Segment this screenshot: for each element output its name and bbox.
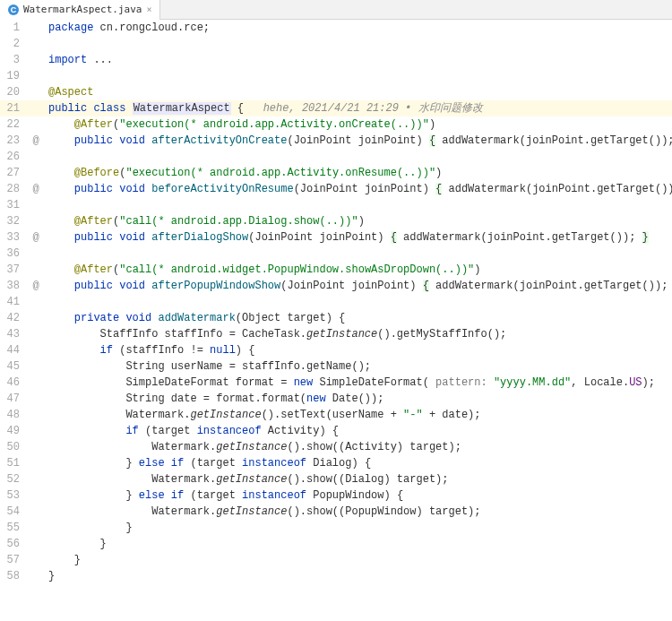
code-content[interactable]: public void afterActivityOnCreate(JoinPo… [45,133,672,149]
code-line[interactable]: 51 } else if (target instanceof Dialog) … [0,455,672,471]
line-marker [27,262,45,278]
code-line[interactable]: 52 Watermark.getInstance().show((Dialog)… [0,471,672,487]
code-content[interactable]: if (target instanceof Activity) { [45,423,672,439]
code-line[interactable]: 36 [0,246,672,262]
code-content[interactable] [45,246,672,262]
code-line[interactable]: 58} [0,568,672,584]
line-marker [27,84,45,100]
code-content[interactable]: @Before("execution(* android.app.Activit… [45,165,672,181]
code-content[interactable]: @After("execution(* android.app.Activity… [45,116,672,133]
code-line[interactable]: 28@ public void beforeActivityOnResume(J… [0,181,672,197]
code-line[interactable]: 42 private void addWatermark(Object targ… [0,310,672,326]
code-content[interactable]: package cn.rongcloud.rce; [45,20,672,36]
code-content[interactable]: } [45,552,672,568]
line-number: 27 [0,165,27,181]
code-content[interactable]: } [45,536,672,552]
line-number: 45 [0,358,27,375]
code-content[interactable] [45,197,672,213]
code-content[interactable]: @Aspect [45,84,672,100]
line-number: 31 [0,197,27,213]
code-content[interactable]: String date = format.format(new Date()); [45,391,672,407]
line-number: 19 [0,68,27,84]
code-content[interactable]: Watermark.getInstance().show((Dialog) ta… [45,471,672,487]
code-content[interactable]: SimpleDateFormat format = new SimpleDate… [45,375,672,391]
svg-text:C: C [11,5,17,14]
code-line[interactable]: 44 if (staffInfo != null) { [0,342,672,358]
code-line[interactable]: 31 [0,197,672,213]
code-line[interactable]: 54 Watermark.getInstance().show((PopupWi… [0,504,672,520]
line-number: 36 [0,246,27,262]
line-marker [27,165,45,181]
line-number: 33 [0,229,27,246]
code-line[interactable]: 57 } [0,552,672,568]
line-marker [27,294,45,310]
line-number: 55 [0,520,27,536]
code-line[interactable]: 43 StaffInfo staffInfo = CacheTask.getIn… [0,326,672,342]
code-line[interactable]: 26 [0,149,672,165]
code-line[interactable]: 33@ public void afterDialogShow(JoinPoin… [0,229,672,246]
code-line[interactable]: 27 @Before("execution(* android.app.Acti… [0,165,672,181]
line-marker [27,536,45,552]
code-line[interactable]: 55 } [0,520,672,536]
code-content[interactable]: public class WatermarkAspect { hehe, 202… [45,100,672,116]
code-line[interactable]: 1package cn.rongcloud.rce; [0,20,672,36]
file-tab[interactable]: C WatermarkAspect.java × [0,0,160,20]
line-marker: @ [27,181,45,197]
line-number: 42 [0,310,27,326]
line-number: 58 [0,568,27,584]
code-content[interactable]: Watermark.getInstance().setText(userName… [45,407,672,423]
code-line[interactable]: 19 [0,68,672,84]
code-line[interactable]: 50 Watermark.getInstance().show((Activit… [0,439,672,455]
code-content[interactable] [45,294,672,310]
line-number: 37 [0,262,27,278]
code-content[interactable]: Watermark.getInstance().show((PopupWindo… [45,504,672,520]
code-line[interactable]: 2 [0,36,672,52]
code-content[interactable]: private void addWatermark(Object target)… [45,310,672,326]
code-content[interactable]: } else if (target instanceof Dialog) { [45,455,672,471]
code-line[interactable]: 23@ public void afterActivityOnCreate(Jo… [0,133,672,149]
code-editor[interactable]: 1package cn.rongcloud.rce;23import ...19… [0,20,672,621]
code-content[interactable] [45,36,672,52]
code-line[interactable]: 45 String userName = staffInfo.getName()… [0,358,672,375]
code-content[interactable]: public void afterDialogShow(JoinPoint jo… [45,229,672,246]
code-content[interactable]: } else if (target instanceof PopupWindow… [45,487,672,504]
code-content[interactable]: public void afterPopupWindowShow(JoinPoi… [45,278,672,294]
code-content[interactable]: if (staffInfo != null) { [45,342,672,358]
code-content[interactable]: StaffInfo staffInfo = CacheTask.getInsta… [45,326,672,342]
code-line[interactable]: 56 } [0,536,672,552]
close-icon[interactable]: × [145,6,152,13]
code-line[interactable]: 49 if (target instanceof Activity) { [0,423,672,439]
line-marker [27,213,45,229]
code-content[interactable]: import ... [45,52,672,68]
code-line[interactable]: 46 SimpleDateFormat format = new SimpleD… [0,375,672,391]
code-content[interactable]: String userName = staffInfo.getName(); [45,358,672,375]
code-line[interactable]: 37 @After("call(* android.widget.PopupWi… [0,262,672,278]
code-content[interactable]: @After("call(* android.app.Dialog.show(.… [45,213,672,229]
file-tab-label: WatermarkAspect.java [23,4,142,15]
code-line[interactable]: 32 @After("call(* android.app.Dialog.sho… [0,213,672,229]
code-line[interactable]: 41 [0,294,672,310]
code-content[interactable]: Watermark.getInstance().show((Activity) … [45,439,672,455]
code-content[interactable]: public void beforeActivityOnResume(JoinP… [45,181,672,197]
code-line[interactable]: 21public class WatermarkAspect { hehe, 2… [0,100,672,116]
code-content[interactable]: } [45,568,672,584]
code-content[interactable]: @After("call(* android.widget.PopupWindo… [45,262,672,278]
line-number: 57 [0,552,27,568]
code-content[interactable] [45,68,672,84]
line-number: 50 [0,439,27,455]
code-content[interactable] [45,149,672,165]
line-marker [27,504,45,520]
code-line[interactable]: 48 Watermark.getInstance().setText(userN… [0,407,672,423]
code-area[interactable]: 1package cn.rongcloud.rce;23import ...19… [0,20,672,621]
line-marker [27,568,45,584]
line-marker [27,52,45,68]
code-line[interactable]: 47 String date = format.format(new Date(… [0,391,672,407]
code-content[interactable]: } [45,520,672,536]
code-line[interactable]: 53 } else if (target instanceof PopupWin… [0,487,672,504]
code-line[interactable]: 20@Aspect [0,84,672,100]
code-line[interactable]: 3import ... [0,52,672,68]
line-number: 54 [0,504,27,520]
line-number: 3 [0,52,27,68]
code-line[interactable]: 22 @After("execution(* android.app.Activ… [0,116,672,133]
code-line[interactable]: 38@ public void afterPopupWindowShow(Joi… [0,278,672,294]
